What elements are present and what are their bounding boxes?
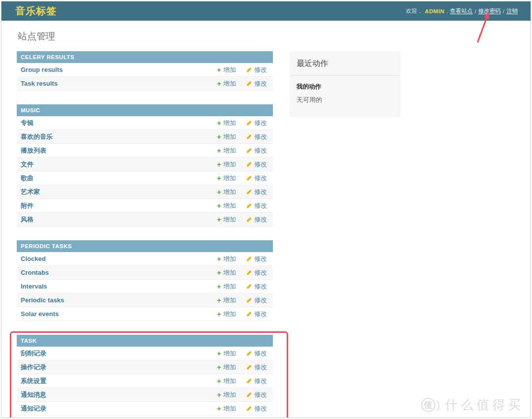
model-link[interactable]: Intervals	[21, 283, 47, 290]
model-link[interactable]: Crontabs	[21, 269, 49, 276]
plus-icon: +	[217, 147, 221, 154]
pencil-icon	[246, 66, 252, 73]
plus-icon: +	[217, 297, 221, 303]
add-link[interactable]: +增加	[217, 160, 236, 169]
page-frame: 音乐标签 欢迎， ADMIN. 查看站点 / 修改密码 / 注销 站点管理 CE…	[1, 1, 531, 418]
change-link[interactable]: 修改	[246, 65, 267, 74]
add-link[interactable]: +增加	[217, 215, 236, 224]
view-site-link[interactable]: 查看站点	[450, 7, 473, 15]
section-rows: Group results+增加修改Task results+增加修改	[17, 63, 273, 91]
add-link[interactable]: +增加	[217, 349, 236, 358]
section-caption: CELERY RESULTS	[17, 51, 273, 63]
add-link[interactable]: +增加	[217, 268, 236, 277]
recent-actions-empty-text: 无可用的	[297, 96, 394, 104]
model-link[interactable]: Group results	[21, 66, 63, 73]
change-link[interactable]: 修改	[246, 377, 267, 386]
add-link[interactable]: +增加	[217, 79, 236, 88]
add-link[interactable]: +增加	[217, 188, 236, 196]
model-link[interactable]: 文件	[21, 160, 33, 169]
change-link[interactable]: 修改	[246, 188, 267, 196]
model-link[interactable]: 刮削记录	[21, 349, 46, 358]
table-row: 文件+增加修改	[17, 158, 273, 171]
add-link[interactable]: +增加	[217, 132, 236, 141]
change-link[interactable]: 修改	[246, 404, 267, 413]
plus-icon: +	[217, 283, 221, 290]
change-link[interactable]: 修改	[246, 349, 267, 358]
change-link[interactable]: 修改	[246, 79, 267, 88]
model-link[interactable]: 通知消息	[21, 390, 46, 399]
change-link[interactable]: 修改	[246, 363, 267, 372]
add-link[interactable]: +增加	[217, 377, 236, 386]
row-actions: +增加修改	[217, 255, 267, 263]
row-actions: +增加修改	[217, 363, 267, 372]
change-link[interactable]: 修改	[246, 132, 267, 141]
pencil-icon	[246, 283, 252, 290]
plus-icon: +	[217, 133, 221, 140]
row-actions: +增加修改	[217, 65, 267, 74]
welcome-text: 欢迎，	[406, 7, 423, 15]
table-row: 喜欢的音乐+增加修改	[17, 130, 273, 144]
row-actions: +增加修改	[217, 215, 267, 224]
logout-link[interactable]: 注销	[506, 7, 518, 15]
section-rows: Clocked+增加修改Crontabs+增加修改Intervals+增加修改P…	[17, 252, 273, 321]
username-suffix: .	[446, 8, 448, 14]
model-link[interactable]: 通知记录	[21, 404, 46, 413]
model-link[interactable]: Clocked	[21, 255, 46, 262]
model-link[interactable]: 专辑	[21, 119, 33, 128]
plus-icon: +	[217, 80, 221, 87]
change-link[interactable]: 修改	[246, 296, 267, 305]
change-link[interactable]: 修改	[246, 268, 267, 277]
model-link[interactable]: 风格	[21, 215, 33, 224]
model-link[interactable]: 系统设置	[21, 377, 46, 386]
change-link[interactable]: 修改	[246, 282, 267, 291]
brand-link[interactable]: 音乐标签	[15, 4, 57, 18]
change-link[interactable]: 修改	[246, 119, 267, 128]
add-link[interactable]: +增加	[217, 296, 236, 305]
model-link[interactable]: 艺术家	[21, 188, 40, 196]
pencil-icon	[246, 161, 252, 167]
plus-icon: +	[217, 364, 221, 370]
add-link[interactable]: +增加	[217, 390, 236, 399]
model-link[interactable]: Solar events	[21, 310, 59, 318]
change-link[interactable]: 修改	[246, 215, 267, 224]
add-link[interactable]: +增加	[217, 174, 236, 183]
plus-icon: +	[217, 189, 221, 195]
add-link[interactable]: +增加	[217, 201, 236, 210]
section-caption: PERIODIC TASKS	[17, 240, 273, 252]
change-link[interactable]: 修改	[246, 390, 267, 399]
table-row: Group results+增加修改	[17, 63, 273, 77]
change-link[interactable]: 修改	[246, 201, 267, 210]
table-row: Clocked+增加修改	[17, 252, 273, 266]
plus-icon: +	[217, 256, 221, 262]
add-link[interactable]: +增加	[217, 310, 236, 319]
add-link[interactable]: +增加	[217, 255, 236, 263]
change-link[interactable]: 修改	[246, 255, 267, 263]
model-link[interactable]: Periodic tasks	[21, 296, 64, 304]
change-link[interactable]: 修改	[246, 310, 267, 319]
model-link[interactable]: 喜欢的音乐	[21, 132, 53, 141]
app-section: PERIODIC TASKSClocked+增加修改Crontabs+增加修改I…	[17, 240, 273, 321]
change-link[interactable]: 修改	[246, 160, 267, 169]
model-link[interactable]: Task results	[21, 80, 58, 87]
pencil-icon	[246, 147, 252, 154]
add-link[interactable]: +增加	[217, 119, 236, 128]
plus-icon: +	[217, 311, 221, 317]
model-link[interactable]: 播放列表	[21, 146, 46, 155]
change-link[interactable]: 修改	[246, 174, 267, 183]
pencil-icon	[246, 256, 252, 262]
table-row: Crontabs+增加修改	[17, 266, 273, 280]
add-link[interactable]: +增加	[217, 282, 236, 291]
change-password-link[interactable]: 修改密码	[478, 7, 501, 15]
add-link[interactable]: +增加	[217, 65, 236, 74]
model-link[interactable]: 操作记录	[21, 363, 46, 372]
add-link[interactable]: +增加	[217, 146, 236, 155]
model-link[interactable]: 附件	[21, 201, 33, 210]
add-link[interactable]: +增加	[217, 363, 236, 372]
change-link[interactable]: 修改	[246, 146, 267, 155]
plus-icon: +	[217, 391, 221, 398]
table-row: 刮削记录+增加修改	[17, 347, 273, 360]
pencil-icon	[246, 297, 252, 303]
model-link[interactable]: 歌曲	[21, 174, 33, 183]
row-actions: +增加修改	[217, 390, 267, 399]
add-link[interactable]: +增加	[217, 404, 236, 413]
